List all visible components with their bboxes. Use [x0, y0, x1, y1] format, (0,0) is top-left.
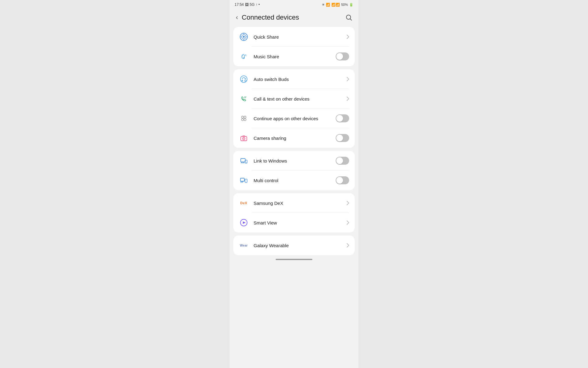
chevron-right-icon — [347, 201, 349, 205]
continue-apps-icon — [239, 113, 249, 123]
list-item-music-share[interactable]: Music Share — [233, 47, 355, 66]
call-text-icon — [239, 94, 249, 104]
status-bar: 17:54 🖼 5G ↑ • ✳ 📶 📶📶 50% 🔋 — [230, 0, 358, 9]
music-share-icon — [239, 52, 249, 61]
chevron-right-icon — [347, 220, 349, 225]
list-item-galaxy-wearable[interactable]: Wear Galaxy Wearable — [233, 236, 355, 255]
svg-marker-22 — [243, 221, 246, 224]
svg-point-8 — [245, 80, 246, 82]
section-share: Quick Share Music Share — [233, 27, 355, 66]
time: 17:54 — [235, 2, 244, 7]
galaxy-wearable-label: Galaxy Wearable — [254, 243, 342, 248]
continue-apps-toggle[interactable] — [336, 114, 349, 122]
list-item-quick-share[interactable]: Quick Share — [233, 27, 355, 47]
call-text-label: Call & text on other devices — [254, 96, 342, 102]
svg-line-1 — [350, 19, 352, 21]
quick-share-icon — [239, 32, 249, 42]
list-item-continue-apps[interactable]: Continue apps on other devices — [233, 109, 355, 128]
back-button[interactable]: ‹ — [236, 13, 238, 21]
svg-point-12 — [244, 119, 246, 121]
chevron-right-icon — [347, 97, 349, 101]
list-item-call-text[interactable]: Call & text on other devices — [233, 89, 355, 109]
battery: 50% — [341, 3, 348, 6]
dex-icon: DeX — [239, 198, 249, 208]
list-item-multi-control[interactable]: Multi control — [233, 171, 355, 190]
quick-share-label: Quick Share — [254, 34, 342, 40]
svg-point-6 — [240, 76, 247, 82]
multi-control-label: Multi control — [254, 178, 331, 183]
svg-rect-19 — [240, 178, 244, 181]
multi-control-icon — [239, 175, 249, 185]
svg-rect-20 — [245, 179, 247, 182]
wifi-icon: 📶 — [326, 3, 330, 7]
list-item-auto-switch[interactable]: Auto switch Buds — [233, 69, 355, 89]
music-share-label: Music Share — [254, 54, 331, 59]
page-header: ‹ Connected devices — [230, 9, 358, 27]
svg-point-9 — [242, 116, 244, 118]
notification-icons: 🖼 5G ↑ • — [245, 2, 260, 7]
link-windows-label: Link to Windows — [254, 158, 331, 163]
phone-frame: 17:54 🖼 5G ↑ • ✳ 📶 📶📶 50% 🔋 ‹ Connected … — [230, 0, 358, 368]
section-wearable: Wear Galaxy Wearable — [233, 236, 355, 255]
status-right: ✳ 📶 📶📶 50% 🔋 — [322, 3, 353, 7]
link-windows-toggle[interactable] — [336, 157, 349, 165]
auto-switch-icon — [239, 74, 249, 84]
svg-point-4 — [243, 36, 245, 38]
status-left: 17:54 🖼 5G ↑ • — [235, 2, 260, 7]
bluetooth-icon: ✳ — [322, 3, 325, 7]
samsung-dex-label: Samsung DeX — [254, 201, 342, 206]
signal-icons: 📶📶 — [331, 3, 340, 7]
svg-point-5 — [243, 57, 245, 59]
camera-sharing-toggle[interactable] — [336, 134, 349, 142]
camera-sharing-icon — [239, 133, 249, 143]
svg-point-11 — [242, 119, 244, 121]
content-area: Quick Share Music Share — [230, 27, 358, 255]
smart-view-label: Smart View — [254, 220, 342, 225]
page-title: Connected devices — [242, 13, 299, 21]
svg-point-7 — [242, 80, 243, 82]
list-item-link-windows[interactable]: Link to Windows — [233, 151, 355, 171]
chevron-right-icon — [347, 243, 349, 247]
chevron-right-icon — [347, 77, 349, 81]
continue-apps-label: Continue apps on other devices — [254, 116, 331, 121]
svg-point-10 — [244, 116, 246, 118]
svg-rect-16 — [241, 159, 245, 162]
home-indicator — [230, 255, 358, 263]
wearable-icon: Wear — [239, 240, 249, 250]
section-dex-smartview: DeX Samsung DeX Smart View — [233, 193, 355, 232]
camera-sharing-label: Camera sharing — [254, 136, 331, 141]
list-item-smart-view[interactable]: Smart View — [233, 213, 355, 232]
section-windows: Link to Windows Multi control — [233, 151, 355, 190]
link-windows-icon — [239, 156, 249, 166]
section-connectivity: Auto switch Buds Call & text on other de… — [233, 69, 355, 148]
music-share-toggle[interactable] — [336, 52, 349, 60]
list-item-camera-sharing[interactable]: Camera sharing — [233, 128, 355, 148]
smart-view-icon — [239, 218, 249, 228]
search-button[interactable] — [345, 14, 352, 21]
chevron-right-icon — [347, 35, 349, 39]
auto-switch-label: Auto switch Buds — [254, 77, 342, 82]
battery-icon: 🔋 — [349, 3, 353, 7]
list-item-samsung-dex[interactable]: DeX Samsung DeX — [233, 193, 355, 213]
home-bar — [276, 259, 312, 260]
multi-control-toggle[interactable] — [336, 176, 349, 184]
svg-point-15 — [243, 138, 244, 139]
